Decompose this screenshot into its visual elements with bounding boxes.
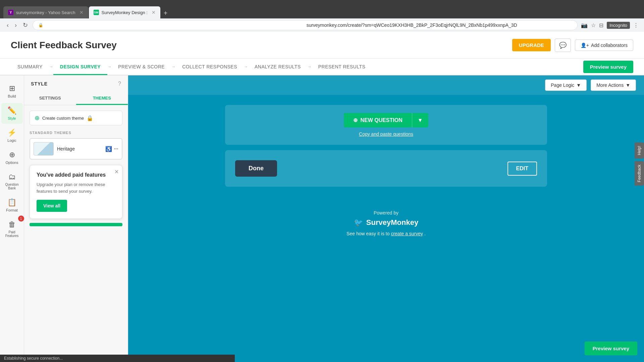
paid-popup-title: You've added paid features	[37, 172, 115, 178]
logo-bird-icon: 🐦	[354, 218, 363, 227]
standard-themes-label: STANDARD THEMES	[30, 131, 122, 135]
sidebar-item-question-bank[interactable]: 🗂 Question Bank	[1, 169, 23, 193]
sidebar-item-paid-wrap: 🗑 Paid Features 1	[1, 217, 23, 241]
new-question-wrap: ⊕ NEW QUESTION ▼	[344, 113, 428, 127]
feedback-tab[interactable]: Feedback	[635, 161, 644, 186]
done-button[interactable]: Done	[235, 160, 277, 177]
upgrade-button[interactable]: UPGRADE	[512, 39, 551, 51]
sidebar-item-style[interactable]: ✏️ Style	[1, 103, 23, 124]
arrow-4: →	[244, 64, 248, 69]
yahoo-tab-label: surveymonkey - Yahoo Search	[16, 10, 75, 15]
powered-by-section: Powered by 🐦 SurveyMonkey See how easy i…	[340, 197, 432, 250]
browser-tabs: Y surveymonkey - Yahoo Search ✕ SM Surve…	[3, 0, 170, 18]
tab-design-survey[interactable]: DESIGN SURVEY	[53, 59, 107, 75]
create-survey-link[interactable]: create a survey	[391, 231, 423, 236]
new-tab-button[interactable]: +	[161, 8, 170, 18]
sidebar-item-format[interactable]: 📋 Format	[1, 195, 23, 216]
page-logic-chevron: ▼	[576, 82, 581, 88]
side-help-tabs: Help! Feedback	[635, 142, 644, 186]
refresh-button[interactable]: ↻	[21, 20, 29, 30]
theme-more-icon[interactable]: ···	[114, 146, 118, 152]
create-theme-label: Create custom theme	[42, 116, 84, 121]
paid-features-popup: ✕ You've added paid features Upgrade you…	[30, 165, 122, 219]
new-question-button[interactable]: ⊕ NEW QUESTION	[344, 113, 412, 127]
style-panel-header: STYLE ?	[24, 75, 128, 92]
survey-toolbar: Page Logic ▼ More Actions ▼	[128, 75, 644, 95]
themes-tab[interactable]: THEMES	[76, 92, 128, 105]
heritage-theme-item[interactable]: Heritage ♿ ···	[30, 138, 122, 160]
new-question-label: NEW QUESTION	[360, 117, 402, 123]
tab-analyze-results[interactable]: ANALYZE RESULTS	[248, 59, 308, 75]
app-header: Client Feedback Survey UPGRADE 💬 👤+ Add …	[0, 32, 644, 59]
paid-popup-close-button[interactable]: ✕	[114, 169, 119, 175]
paid-badge: 1	[18, 216, 24, 222]
status-bar: Establishing secure connection...	[0, 355, 235, 362]
yahoo-tab-close[interactable]: ✕	[79, 10, 84, 15]
edit-button[interactable]: EDIT	[507, 162, 537, 176]
more-actions-chevron: ▼	[626, 82, 630, 88]
content-area: ⊞ Build ✏️ Style ⚡ Logic ⊕ Options 🗂 Que…	[0, 75, 644, 362]
logic-icon: ⚡	[7, 128, 16, 137]
theme-preview-heritage	[34, 142, 54, 156]
green-theme-swatch	[30, 223, 122, 226]
view-all-button[interactable]: View all	[37, 200, 67, 212]
sidebar-item-logic[interactable]: ⚡ Logic	[1, 125, 23, 146]
survey-content: ⊕ NEW QUESTION ▼ Copy and paste question…	[225, 95, 547, 197]
yahoo-favicon: Y	[8, 10, 13, 15]
create-custom-theme-button[interactable]: ⊕ Create custom theme 🔒	[30, 111, 122, 125]
sidebar-icon[interactable]: ⊟	[599, 22, 603, 28]
build-icon: ⊞	[9, 84, 15, 93]
camera-icon: 📷	[581, 22, 588, 28]
forward-button[interactable]: ›	[13, 20, 18, 30]
accessibility-icon: ♿	[105, 146, 112, 152]
tab-collect-responses[interactable]: COLLECT RESPONSES	[175, 59, 244, 75]
survey-title: Client Feedback Survey	[11, 40, 117, 51]
tab-present-results[interactable]: PRESENT RESULTS	[312, 59, 372, 75]
star-icon[interactable]: ☆	[591, 22, 596, 28]
sidebar-item-options[interactable]: ⊕ Options	[1, 147, 23, 168]
sidebar-item-label-options: Options	[6, 161, 18, 165]
nav-tabs: SUMMARY → DESIGN SURVEY → PREVIEW & SCOR…	[0, 59, 644, 75]
more-actions-button[interactable]: More Actions ▼	[591, 79, 636, 91]
help-icon[interactable]: ?	[118, 81, 121, 87]
period-text: .	[424, 231, 426, 236]
url-text: surveymonkey.com/create/?sm=qWCeo19KXH3H…	[307, 22, 572, 28]
arrow-2: →	[107, 64, 111, 69]
surveymonkey-tab-close[interactable]: ✕	[152, 10, 156, 15]
header-actions: UPGRADE 💬 👤+ Add collaborators	[512, 39, 633, 52]
nav-actions: 📷 ☆ ⊟ Incognito ⋮	[581, 22, 639, 29]
paid-popup-description: Upgrade your plan or remove these featur…	[37, 181, 115, 194]
tab-surveymonkey[interactable]: SM SurveyMonkey Design : ✕	[89, 6, 160, 18]
sidebar-item-build[interactable]: ⊞ Build	[1, 81, 23, 102]
style-panel-content: ⊕ Create custom theme 🔒 STANDARD THEMES …	[24, 105, 128, 362]
sidebar-item-label-format: Format	[6, 208, 18, 212]
arrow-1: →	[49, 64, 53, 69]
account-icon: Incognito	[607, 22, 630, 29]
add-collaborators-button[interactable]: 👤+ Add collaborators	[575, 40, 633, 51]
menu-icon[interactable]: ⋮	[633, 22, 639, 28]
sidebar-item-label-qbank: Question Bank	[4, 183, 20, 190]
lock-icon: 🔒	[87, 115, 93, 121]
page-logic-label: Page Logic	[551, 82, 574, 88]
tab-preview-score[interactable]: PREVIEW & SCORE	[111, 59, 171, 75]
chat-button[interactable]: 💬	[555, 39, 571, 52]
nav-tabs-left: SUMMARY → DESIGN SURVEY → PREVIEW & SCOR…	[11, 59, 372, 75]
sidebar-item-label-build: Build	[8, 94, 16, 98]
preview-survey-top-button[interactable]: Preview survey	[583, 61, 633, 73]
settings-tab[interactable]: SETTINGS	[24, 92, 76, 105]
address-bar[interactable]: 🔒 surveymonkey.com/create/?sm=qWCeo19KXH…	[33, 20, 578, 30]
new-question-plus-icon: ⊕	[353, 117, 358, 123]
copy-paste-link[interactable]: Copy and paste questions	[359, 131, 413, 137]
app-container: Client Feedback Survey UPGRADE 💬 👤+ Add …	[0, 32, 644, 362]
sidebar-item-label-logic: Logic	[7, 138, 16, 142]
preview-survey-bottom-button[interactable]: Preview survey	[585, 342, 637, 355]
add-collaborators-label: Add collaborators	[591, 43, 628, 48]
page-logic-button[interactable]: Page Logic ▼	[545, 79, 587, 91]
surveymonkey-favicon: SM	[94, 10, 99, 15]
back-button[interactable]: ‹	[5, 20, 10, 30]
new-question-dropdown-button[interactable]: ▼	[412, 113, 428, 127]
theme-item-actions: ♿ ···	[105, 146, 118, 152]
tab-yahoo[interactable]: Y surveymonkey - Yahoo Search ✕	[3, 6, 88, 18]
help-tab[interactable]: Help!	[635, 142, 644, 159]
tab-summary[interactable]: SUMMARY	[11, 59, 49, 75]
